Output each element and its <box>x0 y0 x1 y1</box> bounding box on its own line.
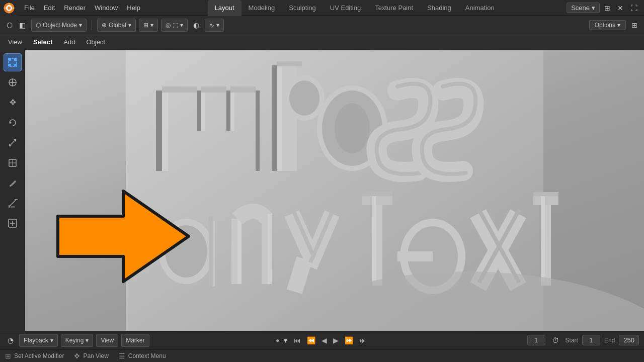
tab-animation[interactable]: Animation <box>458 0 502 16</box>
measure-tool-btn[interactable]: cm <box>4 194 22 212</box>
view-menu-btn[interactable]: View <box>96 334 118 347</box>
end-frame-input[interactable]: 250 <box>619 335 639 345</box>
transform-orientation-btn[interactable]: ⊕ Global ▾ <box>97 19 136 32</box>
next-keyframe-btn[interactable]: ⏩ <box>343 335 355 345</box>
prev-keyframe-btn[interactable]: ⏪ <box>305 335 317 345</box>
svg-rect-57 <box>231 219 237 284</box>
svg-rect-39 <box>226 90 230 131</box>
overlay-btn[interactable]: ◐ <box>191 19 202 32</box>
menu-help[interactable]: Help <box>123 3 144 13</box>
transform-label: Global <box>109 22 126 29</box>
svg-rect-66 <box>362 196 392 205</box>
menu-select[interactable]: Select <box>29 37 56 47</box>
keying-label: Keying <box>65 337 84 344</box>
grab-tool-btn[interactable]: ✥ <box>4 94 22 112</box>
options-btn[interactable]: Options ▾ <box>589 20 626 30</box>
svg-rect-3 <box>9 3 10 5</box>
scene-name: Scene <box>571 4 590 12</box>
svg-rect-80 <box>541 196 545 282</box>
svg-rect-58 <box>237 214 242 284</box>
marker-label: Marker <box>126 337 144 344</box>
view-label: View <box>101 337 114 344</box>
tab-uv-editing[interactable]: UV Editing <box>323 0 368 16</box>
svg-rect-69 <box>372 196 376 282</box>
svg-rect-47 <box>277 61 302 66</box>
add-primitive-btn[interactable] <box>4 214 22 232</box>
header-toolbar: ⬡ ◧ ⬡ Object Mode ▾ ⊕ Global ▾ ⊞ ▾ ◎ ⬚ ▾… <box>0 16 644 34</box>
tab-modeling[interactable]: Modeling <box>242 0 282 16</box>
menu-view[interactable]: View <box>4 37 26 47</box>
view-layer-btn[interactable]: ⊞ <box>602 2 613 15</box>
play-btn[interactable]: ▶ <box>331 335 341 345</box>
top-right-controls: Scene ▾ ⊞ ✕ ⛶ <box>562 2 644 15</box>
close-btn[interactable]: ✕ <box>615 2 626 15</box>
playback-label: Playback <box>24 337 48 344</box>
tab-sculpting[interactable]: Sculpting <box>282 0 323 16</box>
svg-point-15 <box>12 81 14 83</box>
status-left: ⊞ Set Active Modifier <box>5 352 64 360</box>
viewport-shading-btn[interactable]: ∿ ▾ <box>205 19 224 32</box>
svg-point-54 <box>165 225 207 278</box>
menu-object[interactable]: Object <box>82 37 109 47</box>
menu-render[interactable]: Render <box>60 3 90 13</box>
menu-edit[interactable]: Edit <box>40 3 59 13</box>
frame-controls: 1 ⏱ Start 1 End 250 <box>498 334 639 347</box>
start-frame-input[interactable]: 1 <box>582 335 600 345</box>
mode-chevron-icon: ▾ <box>79 22 82 29</box>
key-indicator-dropdown[interactable]: ▾ <box>281 334 290 347</box>
marker-menu-btn[interactable]: Marker <box>121 334 149 347</box>
left-toolbar: ✥ <box>0 50 25 331</box>
editor-type-btn[interactable]: ⬡ <box>4 19 15 32</box>
keying-menu-btn[interactable]: Keying ▾ <box>61 334 94 347</box>
sidebar-toggle-btn[interactable]: ◧ <box>17 19 28 32</box>
play-reverse-btn[interactable]: ◀ <box>319 335 329 345</box>
status-right: ☰ Context Menu <box>119 352 166 360</box>
options-chevron-icon: ▾ <box>617 22 620 29</box>
svg-text:✥: ✥ <box>9 98 16 107</box>
svg-marker-17 <box>10 121 12 124</box>
tab-shading[interactable]: Shading <box>420 0 458 16</box>
keyframe-dot-indicator: ● <box>276 337 279 344</box>
top-menu-bar: File Edit Render Window Help Layout Mode… <box>0 0 644 16</box>
mode-selector-btn[interactable]: ⬡ Object Mode ▾ <box>31 19 87 32</box>
menu-window[interactable]: Window <box>91 3 122 13</box>
scale-tool-btn[interactable] <box>4 134 22 152</box>
proportional-edit-btn[interactable]: ◎ ⬚ ▾ <box>161 19 188 32</box>
options-label: Options <box>595 22 615 29</box>
snap-icon: ⊞ <box>143 22 148 29</box>
tab-texture-paint[interactable]: Texture Paint <box>368 0 420 16</box>
fps-btn[interactable]: ⏱ <box>549 334 561 347</box>
cursor-tool-btn[interactable] <box>4 73 22 92</box>
svg-rect-9 <box>14 58 17 61</box>
gizmo-btn[interactable]: ⊞ <box>629 19 640 32</box>
box-select-tool-btn[interactable] <box>4 53 22 71</box>
svg-rect-45 <box>272 65 277 171</box>
viewport[interactable] <box>25 50 644 331</box>
annotate-tool-btn[interactable] <box>4 174 22 192</box>
tab-layout[interactable]: Layout <box>208 0 242 16</box>
svg-rect-38 <box>201 86 226 93</box>
menu-add[interactable]: Add <box>59 37 79 47</box>
main-layout: ✥ <box>0 50 644 331</box>
current-frame-input[interactable]: 1 <box>527 335 545 345</box>
playback-menu-btn[interactable]: Playback ▾ <box>19 334 58 347</box>
svg-point-2 <box>8 6 11 9</box>
snap-btn[interactable]: ⊞ ▾ <box>139 19 158 32</box>
scene-selector[interactable]: Scene ▾ <box>567 3 600 13</box>
transform-tool-btn[interactable] <box>4 154 22 172</box>
svg-rect-40 <box>230 86 234 131</box>
jump-to-start-btn[interactable]: ⏮ <box>292 335 303 345</box>
svg-text:cm: cm <box>11 205 15 208</box>
fullscreen-btn[interactable]: ⛶ <box>628 2 640 15</box>
svg-rect-33 <box>156 90 162 171</box>
svg-rect-59 <box>262 219 268 284</box>
svg-rect-56 <box>209 216 213 287</box>
jump-to-end-btn[interactable]: ⏭ <box>357 335 368 345</box>
timeline-type-btn[interactable]: ◔ <box>5 334 16 347</box>
svg-rect-10 <box>14 64 17 66</box>
bottom-left: ◔ Playback ▾ Keying ▾ View Marker <box>5 334 146 347</box>
svg-rect-60 <box>268 214 272 284</box>
rotate-tool-btn[interactable] <box>4 114 22 132</box>
mode-label: Object Mode <box>43 22 77 29</box>
menu-file[interactable]: File <box>20 3 39 13</box>
